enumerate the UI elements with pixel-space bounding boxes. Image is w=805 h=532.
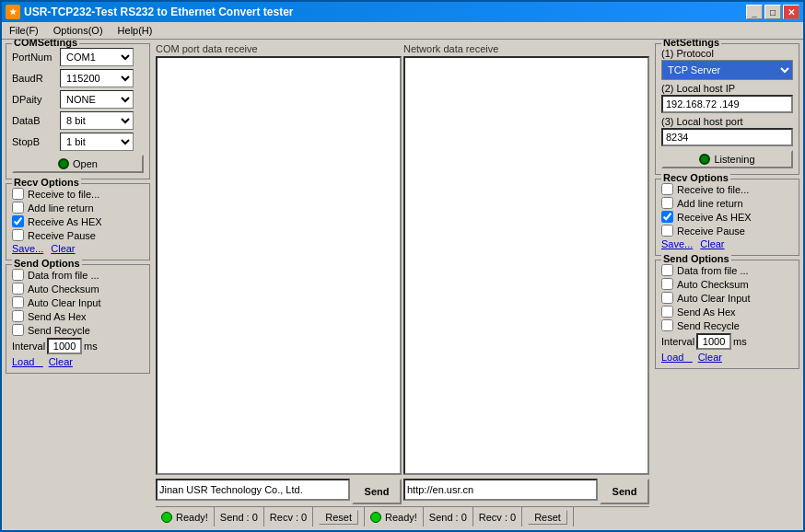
right-recv-to-file-row: Receive to file... xyxy=(661,183,793,195)
right-add-line-return-checkbox[interactable] xyxy=(661,197,673,209)
left-recv-to-file-checkbox[interactable] xyxy=(12,188,24,200)
right-interval-unit: ms xyxy=(733,336,747,347)
com-reset-button[interactable]: Reset xyxy=(319,510,358,525)
left-auto-clear-input-checkbox[interactable] xyxy=(12,296,24,308)
center-status-bar: Ready! Send : 0 Recv : 0 Reset Ready! Se xyxy=(156,506,649,526)
right-auto-clear-input-checkbox[interactable] xyxy=(661,292,673,304)
local-port-input[interactable] xyxy=(661,128,793,146)
left-receive-pause-row: Receive Pause xyxy=(12,229,144,241)
menu-help[interactable]: Help(H) xyxy=(114,24,157,37)
right-auto-clear-input-row: Auto Clear Input xyxy=(661,292,793,304)
net-data-label: Network data receive xyxy=(403,43,649,54)
left-recv-options-title: Recv Options xyxy=(12,177,81,188)
stop-bits-row: StopB 1 bit2 bit xyxy=(12,133,144,151)
dparity-row: DPaity NONEODDEVEN xyxy=(12,90,144,109)
right-recv-to-file-checkbox[interactable] xyxy=(661,183,673,195)
left-send-options-title: Send Options xyxy=(12,258,82,269)
right-data-from-file-checkbox[interactable] xyxy=(661,264,673,276)
right-receive-pause-row: Receive Pause xyxy=(661,225,793,237)
com-data-label: COM port data receive xyxy=(156,43,402,54)
left-recv-options-group: Recv Options Receive to file... Add line… xyxy=(6,183,150,260)
com-data-panel: COM port data receive xyxy=(156,43,402,475)
left-send-options-group: Send Options Data from file ... Auto Che… xyxy=(6,264,150,374)
left-recv-to-file-label: Receive to file... xyxy=(28,189,99,200)
right-recv-options-title: Recv Options xyxy=(661,172,730,183)
right-send-recycle-checkbox[interactable] xyxy=(661,319,673,331)
net-status-light xyxy=(370,512,381,523)
left-receive-as-hex-checkbox[interactable] xyxy=(12,215,24,227)
left-send-load-button[interactable]: Load _ xyxy=(12,356,43,367)
minimize-button[interactable]: _ xyxy=(746,5,763,19)
local-ip-input[interactable] xyxy=(661,95,793,113)
left-interval-input[interactable] xyxy=(47,338,82,354)
app-icon: ★ xyxy=(6,5,20,19)
left-receive-pause-checkbox[interactable] xyxy=(12,229,24,241)
local-ip-label: (2) Local host IP xyxy=(661,83,793,94)
right-data-from-file-label: Data from file ... xyxy=(677,265,749,276)
net-status-segment: Ready! xyxy=(365,507,424,526)
port-num-select[interactable]: COM1COM2COM3COM4 xyxy=(60,48,134,66)
net-data-textarea[interactable] xyxy=(403,56,649,475)
right-interval-input[interactable] xyxy=(696,333,731,350)
main-window: ★ USR-TCP232-Test RS232 to Ethernet Conv… xyxy=(0,0,805,532)
com-settings-group: COMSettings PortNum COM1COM2COM3COM4 Bau… xyxy=(6,43,150,179)
left-data-from-file-checkbox[interactable] xyxy=(12,269,24,281)
dparity-select[interactable]: NONEODDEVEN xyxy=(60,90,134,109)
left-data-from-file-row: Data from file ... xyxy=(12,269,144,281)
right-send-recycle-label: Send Recycle xyxy=(677,320,740,331)
com-send-button[interactable]: Send xyxy=(352,479,402,504)
net-reset-button[interactable]: Reset xyxy=(528,510,567,525)
port-num-label: PortNum xyxy=(12,52,60,63)
left-send-recycle-row: Send Recycle xyxy=(12,324,144,336)
local-port-row: (3) Local host port xyxy=(661,116,793,146)
right-data-from-file-row: Data from file ... xyxy=(661,264,793,276)
left-auto-clear-input-row: Auto Clear Input xyxy=(12,296,144,308)
local-ip-row: (2) Local host IP xyxy=(661,83,793,113)
right-recv-clear-button[interactable]: Clear xyxy=(700,238,724,249)
net-send-input[interactable] xyxy=(403,479,598,501)
left-recv-clear-button[interactable]: Clear xyxy=(51,243,75,254)
left-auto-checksum-checkbox[interactable] xyxy=(12,283,24,295)
left-send-as-hex-checkbox[interactable] xyxy=(12,310,24,322)
com-data-textarea[interactable] xyxy=(156,56,402,475)
left-send-recycle-checkbox[interactable] xyxy=(12,324,24,336)
center-area: COM port data receive Network data recei… xyxy=(154,40,651,530)
net-settings-group: NetSettings (1) Protocol TCP Server TCP … xyxy=(655,43,799,175)
left-send-as-hex-label: Send As Hex xyxy=(28,311,87,322)
right-recv-link-row: Save... Clear xyxy=(661,238,793,249)
right-recv-to-file-label: Receive to file... xyxy=(677,184,749,195)
protocol-select[interactable]: TCP Server TCP Client UDP Server UDP Cli… xyxy=(661,60,793,80)
data-bits-row: DataB 8 bit7 bit xyxy=(12,111,144,130)
com-send-input[interactable] xyxy=(156,479,350,501)
port-num-row: PortNum COM1COM2COM3COM4 xyxy=(12,48,144,66)
left-add-line-return-checkbox[interactable] xyxy=(12,202,24,214)
right-recv-save-button[interactable]: Save... xyxy=(661,238,693,249)
com-ready-text: Ready! xyxy=(176,512,208,523)
net-send-button[interactable]: Send xyxy=(600,479,649,504)
left-interval-unit: ms xyxy=(84,341,98,352)
open-button[interactable]: Open xyxy=(12,155,144,173)
maximize-button[interactable]: □ xyxy=(764,5,781,19)
net-recv-count: Recv : 0 xyxy=(479,512,516,523)
right-receive-pause-checkbox[interactable] xyxy=(661,225,673,237)
right-auto-checksum-checkbox[interactable] xyxy=(661,278,673,290)
stop-bits-select[interactable]: 1 bit2 bit xyxy=(60,133,134,151)
left-send-clear-button[interactable]: Clear xyxy=(49,356,73,367)
right-receive-as-hex-checkbox[interactable] xyxy=(661,211,673,223)
menu-options[interactable]: Options(O) xyxy=(50,24,107,37)
window-controls: _ □ ✕ xyxy=(746,5,799,19)
left-recv-link-row: Save... Clear xyxy=(12,243,144,254)
menu-file[interactable]: File(F) xyxy=(6,24,42,37)
data-bits-select[interactable]: 8 bit7 bit xyxy=(60,111,134,130)
right-interval-row: Interval ms xyxy=(661,333,793,350)
baud-rate-select[interactable]: 9600192003840057600115200 xyxy=(60,69,134,87)
close-button[interactable]: ✕ xyxy=(783,5,799,19)
right-send-as-hex-checkbox[interactable] xyxy=(661,306,673,318)
listening-button[interactable]: Listening xyxy=(661,150,793,168)
protocol-label: (1) Protocol xyxy=(661,48,793,59)
left-recv-save-button[interactable]: Save... xyxy=(12,243,43,254)
right-send-clear-button[interactable]: Clear xyxy=(698,352,722,363)
left-send-recycle-label: Send Recycle xyxy=(28,325,90,336)
right-receive-pause-label: Receive Pause xyxy=(677,226,745,237)
right-send-load-button[interactable]: Load _ xyxy=(661,352,693,363)
